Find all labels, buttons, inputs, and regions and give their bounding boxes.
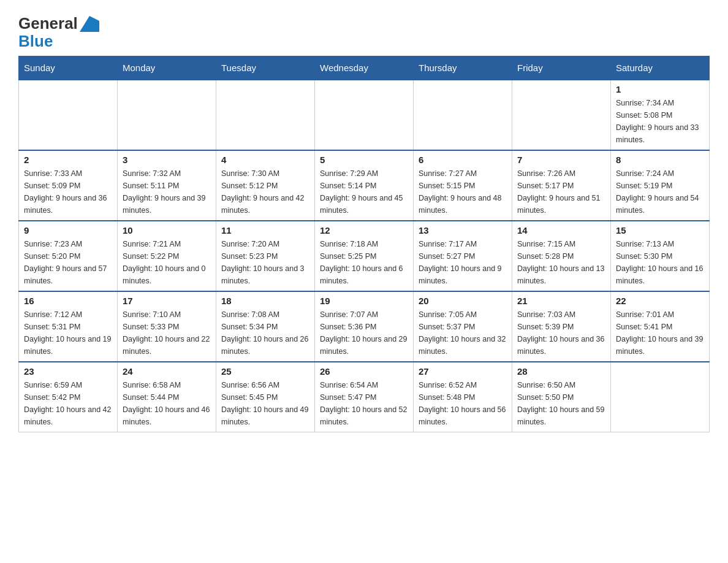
day-number: 20 <box>419 296 507 306</box>
day-info: Sunrise: 6:56 AM Sunset: 5:45 PM Dayligh… <box>221 379 309 428</box>
calendar-cell: 9Sunrise: 7:23 AM Sunset: 5:20 PM Daylig… <box>19 221 118 291</box>
calendar-cell: 25Sunrise: 6:56 AM Sunset: 5:45 PM Dayli… <box>216 362 315 432</box>
calendar-cell: 16Sunrise: 7:12 AM Sunset: 5:31 PM Dayli… <box>19 291 118 362</box>
day-info: Sunrise: 7:27 AM Sunset: 5:15 PM Dayligh… <box>419 167 507 216</box>
day-info: Sunrise: 7:07 AM Sunset: 5:36 PM Dayligh… <box>320 308 408 358</box>
calendar-cell: 6Sunrise: 7:27 AM Sunset: 5:15 PM Daylig… <box>414 150 512 221</box>
calendar-cell: 7Sunrise: 7:26 AM Sunset: 5:17 PM Daylig… <box>512 150 611 221</box>
calendar-cell: 13Sunrise: 7:17 AM Sunset: 5:27 PM Dayli… <box>414 221 512 291</box>
day-number: 28 <box>517 366 605 377</box>
weekday-header-friday: Friday <box>512 56 611 80</box>
day-info: Sunrise: 7:23 AM Sunset: 5:20 PM Dayligh… <box>24 238 112 287</box>
calendar-cell: 24Sunrise: 6:58 AM Sunset: 5:44 PM Dayli… <box>118 362 216 432</box>
day-number: 18 <box>221 296 309 306</box>
calendar-week-3: 9Sunrise: 7:23 AM Sunset: 5:20 PM Daylig… <box>19 221 710 291</box>
day-info: Sunrise: 6:52 AM Sunset: 5:48 PM Dayligh… <box>419 379 507 428</box>
day-info: Sunrise: 7:32 AM Sunset: 5:11 PM Dayligh… <box>123 167 211 216</box>
calendar-cell: 28Sunrise: 6:50 AM Sunset: 5:50 PM Dayli… <box>512 362 611 432</box>
day-info: Sunrise: 7:24 AM Sunset: 5:19 PM Dayligh… <box>616 167 704 216</box>
day-info: Sunrise: 7:15 AM Sunset: 5:28 PM Dayligh… <box>517 238 605 287</box>
day-number: 21 <box>517 296 605 306</box>
day-info: Sunrise: 7:08 AM Sunset: 5:34 PM Dayligh… <box>221 308 309 358</box>
day-number: 27 <box>419 366 507 377</box>
day-info: Sunrise: 6:54 AM Sunset: 5:47 PM Dayligh… <box>320 379 408 428</box>
calendar-week-4: 16Sunrise: 7:12 AM Sunset: 5:31 PM Dayli… <box>19 291 710 362</box>
calendar-cell: 12Sunrise: 7:18 AM Sunset: 5:25 PM Dayli… <box>315 221 414 291</box>
calendar-cell: 4Sunrise: 7:30 AM Sunset: 5:12 PM Daylig… <box>216 150 315 221</box>
day-number: 9 <box>24 225 112 236</box>
calendar-cell: 21Sunrise: 7:03 AM Sunset: 5:39 PM Dayli… <box>512 291 611 362</box>
calendar-header-row: SundayMondayTuesdayWednesdayThursdayFrid… <box>19 56 710 80</box>
calendar-cell: 20Sunrise: 7:05 AM Sunset: 5:37 PM Dayli… <box>414 291 512 362</box>
calendar-cell: 11Sunrise: 7:20 AM Sunset: 5:23 PM Dayli… <box>216 221 315 291</box>
calendar-cell: 19Sunrise: 7:07 AM Sunset: 5:36 PM Dayli… <box>315 291 414 362</box>
day-number: 2 <box>24 155 112 165</box>
day-info: Sunrise: 7:29 AM Sunset: 5:14 PM Dayligh… <box>320 167 408 216</box>
day-number: 1 <box>616 84 704 94</box>
logo-blue-text: Blue <box>18 33 53 50</box>
day-number: 5 <box>320 155 408 165</box>
calendar-cell: 23Sunrise: 6:59 AM Sunset: 5:42 PM Dayli… <box>19 362 118 432</box>
day-info: Sunrise: 7:34 AM Sunset: 5:08 PM Dayligh… <box>616 97 704 146</box>
page-header: General Blue <box>18 15 710 50</box>
calendar-cell: 5Sunrise: 7:29 AM Sunset: 5:14 PM Daylig… <box>315 150 414 221</box>
weekday-header-sunday: Sunday <box>19 56 118 80</box>
calendar-cell: 15Sunrise: 7:13 AM Sunset: 5:30 PM Dayli… <box>611 221 710 291</box>
day-number: 15 <box>616 225 704 236</box>
weekday-header-tuesday: Tuesday <box>216 56 315 80</box>
day-info: Sunrise: 7:20 AM Sunset: 5:23 PM Dayligh… <box>221 238 309 287</box>
calendar-cell: 22Sunrise: 7:01 AM Sunset: 5:41 PM Dayli… <box>611 291 710 362</box>
day-number: 16 <box>24 296 112 306</box>
day-info: Sunrise: 7:21 AM Sunset: 5:22 PM Dayligh… <box>123 238 211 287</box>
calendar-cell: 18Sunrise: 7:08 AM Sunset: 5:34 PM Dayli… <box>216 291 315 362</box>
svg-marker-0 <box>80 16 99 32</box>
calendar-cell <box>414 80 512 150</box>
day-info: Sunrise: 6:59 AM Sunset: 5:42 PM Dayligh… <box>24 379 112 428</box>
day-number: 12 <box>320 225 408 236</box>
day-info: Sunrise: 7:13 AM Sunset: 5:30 PM Dayligh… <box>616 238 704 287</box>
day-number: 3 <box>123 155 211 165</box>
day-number: 19 <box>320 296 408 306</box>
calendar-cell: 27Sunrise: 6:52 AM Sunset: 5:48 PM Dayli… <box>414 362 512 432</box>
calendar-week-2: 2Sunrise: 7:33 AM Sunset: 5:09 PM Daylig… <box>19 150 710 221</box>
calendar-cell: 3Sunrise: 7:32 AM Sunset: 5:11 PM Daylig… <box>118 150 216 221</box>
calendar-week-5: 23Sunrise: 6:59 AM Sunset: 5:42 PM Dayli… <box>19 362 710 432</box>
day-info: Sunrise: 7:03 AM Sunset: 5:39 PM Dayligh… <box>517 308 605 358</box>
day-number: 10 <box>123 225 211 236</box>
logo: General Blue <box>18 15 99 50</box>
calendar-table: SundayMondayTuesdayWednesdayThursdayFrid… <box>18 56 710 432</box>
calendar-cell <box>118 80 216 150</box>
day-info: Sunrise: 7:05 AM Sunset: 5:37 PM Dayligh… <box>419 308 507 358</box>
weekday-header-wednesday: Wednesday <box>315 56 414 80</box>
day-number: 4 <box>221 155 309 165</box>
day-info: Sunrise: 7:30 AM Sunset: 5:12 PM Dayligh… <box>221 167 309 216</box>
weekday-header-saturday: Saturday <box>611 56 710 80</box>
calendar-cell <box>512 80 611 150</box>
calendar-cell: 1Sunrise: 7:34 AM Sunset: 5:08 PM Daylig… <box>611 80 710 150</box>
calendar-cell <box>611 362 710 432</box>
calendar-cell: 26Sunrise: 6:54 AM Sunset: 5:47 PM Dayli… <box>315 362 414 432</box>
weekday-header-monday: Monday <box>118 56 216 80</box>
day-info: Sunrise: 7:17 AM Sunset: 5:27 PM Dayligh… <box>419 238 507 287</box>
calendar-cell: 14Sunrise: 7:15 AM Sunset: 5:28 PM Dayli… <box>512 221 611 291</box>
calendar-cell: 10Sunrise: 7:21 AM Sunset: 5:22 PM Dayli… <box>118 221 216 291</box>
calendar-week-1: 1Sunrise: 7:34 AM Sunset: 5:08 PM Daylig… <box>19 80 710 150</box>
day-info: Sunrise: 7:33 AM Sunset: 5:09 PM Dayligh… <box>24 167 112 216</box>
weekday-header-thursday: Thursday <box>414 56 512 80</box>
calendar-cell: 8Sunrise: 7:24 AM Sunset: 5:19 PM Daylig… <box>611 150 710 221</box>
day-number: 25 <box>221 366 309 377</box>
day-number: 24 <box>123 366 211 377</box>
day-number: 22 <box>616 296 704 306</box>
day-info: Sunrise: 7:18 AM Sunset: 5:25 PM Dayligh… <box>320 238 408 287</box>
calendar-cell <box>19 80 118 150</box>
day-number: 23 <box>24 366 112 377</box>
day-info: Sunrise: 7:12 AM Sunset: 5:31 PM Dayligh… <box>24 308 112 358</box>
day-number: 8 <box>616 155 704 165</box>
calendar-cell: 2Sunrise: 7:33 AM Sunset: 5:09 PM Daylig… <box>19 150 118 221</box>
day-info: Sunrise: 7:10 AM Sunset: 5:33 PM Dayligh… <box>123 308 211 358</box>
day-info: Sunrise: 6:58 AM Sunset: 5:44 PM Dayligh… <box>123 379 211 428</box>
day-number: 17 <box>123 296 211 306</box>
day-number: 11 <box>221 225 309 236</box>
day-number: 26 <box>320 366 408 377</box>
day-number: 13 <box>419 225 507 236</box>
